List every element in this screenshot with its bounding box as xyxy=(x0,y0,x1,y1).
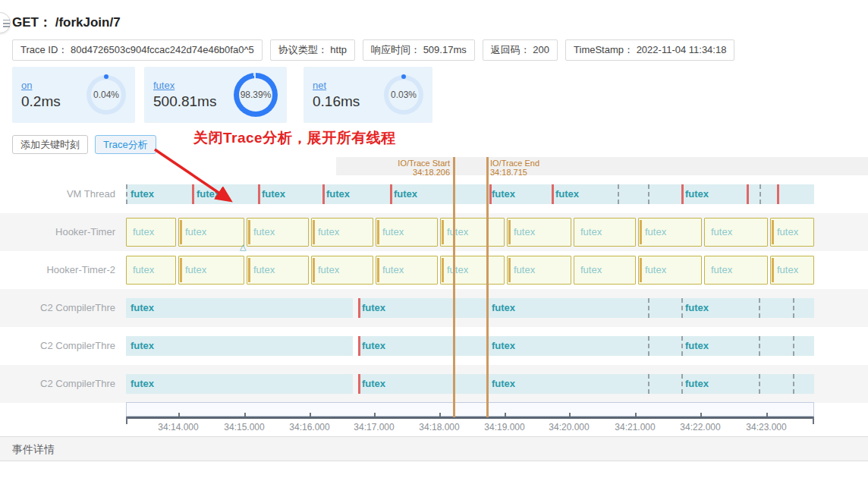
axis-tick xyxy=(178,413,180,417)
segment-mark-dashed xyxy=(681,336,683,356)
info-chip: 响应时间： 509.17ms xyxy=(363,39,475,61)
event-label: futex xyxy=(514,219,535,245)
event-block[interactable]: futex xyxy=(376,218,438,247)
add-key-moment-button[interactable]: 添加关键时刻 xyxy=(12,135,88,154)
axis-end-tick xyxy=(813,417,814,424)
trace-analysis-button[interactable]: Trace分析 xyxy=(95,135,156,154)
event-label: futex xyxy=(133,256,154,283)
axis-tick xyxy=(505,413,506,417)
block-start-tick xyxy=(180,258,182,282)
axis-tick xyxy=(310,413,311,417)
metric-card-futex: futex 500.81ms 98.39% xyxy=(144,67,287,123)
segment-mark-red xyxy=(681,184,684,204)
event-block[interactable]: futex xyxy=(507,218,571,247)
thread-track: futexfutexfutexfutexfutexfutexfutexfutex… xyxy=(0,213,868,251)
event-label: futex xyxy=(318,256,339,283)
event-block[interactable]: futex xyxy=(376,256,438,285)
event-block[interactable]: futex xyxy=(178,256,244,285)
event-block[interactable]: futex xyxy=(770,256,814,285)
event-block[interactable]: futex xyxy=(704,218,768,247)
axis-tick xyxy=(374,413,376,417)
event-block[interactable]: futex xyxy=(126,256,176,285)
segment-mark-dashed xyxy=(793,336,794,356)
event-label: futex xyxy=(777,219,798,245)
event-label: futex xyxy=(394,184,417,204)
segment-mark-dashed xyxy=(759,374,760,394)
event-block[interactable]: futex xyxy=(440,218,505,247)
event-block[interactable]: futex xyxy=(638,256,702,285)
segment-mark-dashed xyxy=(126,184,127,204)
thread-row: Hooker-Timerfutexfutexfutexfutexfutexfut… xyxy=(0,213,868,251)
event-band[interactable] xyxy=(358,298,814,318)
timeline-minimap[interactable] xyxy=(126,402,814,417)
event-block[interactable]: futex xyxy=(704,256,768,285)
event-label: futex xyxy=(645,219,666,245)
event-block[interactable]: futex xyxy=(574,256,636,285)
event-label: futex xyxy=(185,219,206,245)
metric-card-text: on 0.2ms xyxy=(21,80,61,110)
event-label: futex xyxy=(514,256,535,283)
block-start-tick xyxy=(313,258,315,282)
donut-ring-futex: 98.39% xyxy=(234,73,278,117)
annotation-text: 关闭Trace分析，展开所有线程 xyxy=(193,128,396,148)
event-block[interactable]: futex xyxy=(770,218,814,247)
event-block[interactable]: futex xyxy=(574,218,636,247)
event-label: futex xyxy=(777,256,798,283)
thread-track: futexfutexfutexfutexfutexfutexfutexfutex xyxy=(0,175,868,213)
event-label: futex xyxy=(362,336,385,356)
axis-tick-label: 34:17.000 xyxy=(344,422,404,432)
block-start-tick xyxy=(313,220,315,244)
event-block[interactable]: futex xyxy=(507,256,571,285)
event-block[interactable]: futex xyxy=(311,218,373,247)
event-label: futex xyxy=(253,256,275,283)
event-band[interactable] xyxy=(126,298,353,318)
segment-mark-dashed xyxy=(793,298,794,318)
event-band[interactable] xyxy=(126,336,353,356)
event-label: futex xyxy=(131,336,154,356)
triangle-marker[interactable]: △ xyxy=(240,242,246,252)
event-label: futex xyxy=(185,256,206,283)
event-label: futex xyxy=(685,298,709,318)
thread-track: futexfutexfutexfutex xyxy=(0,327,868,365)
axis-tick-label: 34:19.000 xyxy=(474,422,535,432)
segment-mark-red xyxy=(258,184,260,204)
metric-value-net: 0.16ms xyxy=(313,93,360,110)
event-block[interactable]: futex xyxy=(126,218,176,247)
segment-mark-dashed xyxy=(648,298,649,318)
axis-tick-label: 34:23.000 xyxy=(736,422,797,432)
event-label: futex xyxy=(447,256,468,283)
axis-tick xyxy=(766,413,768,417)
event-block[interactable]: futex xyxy=(311,256,373,285)
drawer-toggle-button[interactable] xyxy=(0,12,11,33)
event-label: futex xyxy=(131,298,154,318)
block-start-tick xyxy=(377,220,379,244)
event-label: futex xyxy=(447,219,468,245)
segment-mark-dashed xyxy=(760,184,761,204)
axis-tick-label: 34:15.000 xyxy=(214,422,275,432)
segment-mark-dashed xyxy=(648,184,649,204)
event-band[interactable] xyxy=(358,374,814,394)
event-block[interactable]: futex xyxy=(178,218,244,247)
metric-link-futex[interactable]: futex xyxy=(153,80,175,91)
event-band[interactable] xyxy=(126,374,353,394)
event-block[interactable]: futex xyxy=(247,218,309,247)
info-chip: Trace ID： 80d4726503c904fccac242d74e46b0… xyxy=(12,39,263,61)
event-block[interactable]: futex xyxy=(247,256,309,285)
metric-link-net[interactable]: net xyxy=(313,80,326,91)
metric-card-on: on 0.2ms 0.04% xyxy=(12,67,135,123)
block-start-tick xyxy=(248,220,250,244)
metric-link-on[interactable]: on xyxy=(21,80,32,91)
info-chip: TimeStamp： 2022-11-04 11:34:18 xyxy=(565,39,734,61)
event-block[interactable]: futex xyxy=(440,256,505,285)
event-block[interactable]: futex xyxy=(638,218,702,247)
event-band[interactable] xyxy=(126,184,814,204)
axis-tick xyxy=(700,413,702,417)
event-band[interactable] xyxy=(358,336,814,356)
metric-card-text: futex 500.81ms xyxy=(153,80,216,110)
hamburger-icon xyxy=(3,20,10,27)
segment-mark-dashed xyxy=(759,298,760,318)
event-label: futex xyxy=(711,219,732,245)
event-label: futex xyxy=(492,184,515,204)
info-chip: 协议类型： http xyxy=(270,39,355,61)
segment-mark-dashed xyxy=(759,336,760,356)
